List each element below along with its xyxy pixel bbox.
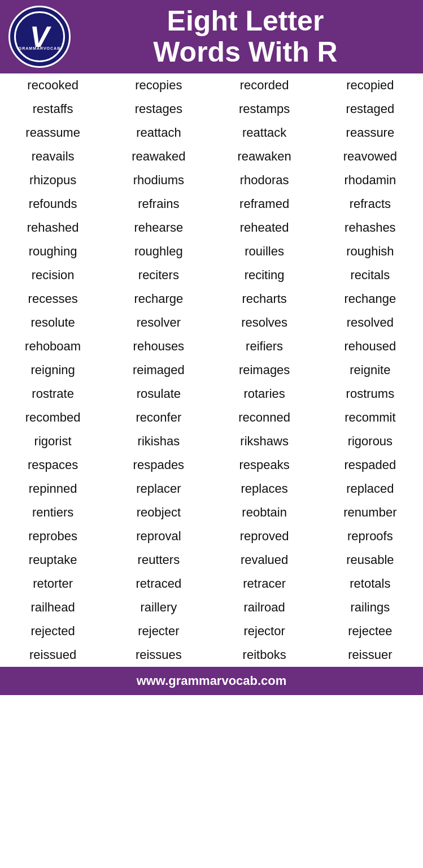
word-cell: reprobes: [0, 524, 106, 548]
word-cell: reobtain: [212, 501, 317, 524]
table-row: recookedrecopiesrecordedrecopied: [0, 73, 423, 97]
word-cell: respeaks: [212, 453, 317, 477]
word-cell: rikishas: [106, 429, 211, 453]
word-cell: reusable: [317, 548, 423, 572]
table-row: rhizopusrhodiumsrhodorasrhodamin: [0, 168, 423, 192]
word-cell: recopies: [106, 73, 211, 97]
word-cell: respaded: [317, 453, 423, 477]
table-row: rehoboamrehousesreifiersrehoused: [0, 335, 423, 358]
table-row: reigningreimagedreimagesreignite: [0, 358, 423, 382]
word-cell: reuptake: [0, 548, 106, 572]
word-cell: refracts: [317, 192, 423, 216]
table-row: railheadrailleryrailroadrailings: [0, 596, 423, 619]
word-cell: reawaken: [212, 145, 317, 168]
table-row: recombedreconferreconnedrecommit: [0, 406, 423, 429]
word-cell: reheated: [212, 216, 317, 240]
word-cell: reawaked: [106, 145, 211, 168]
word-cell: retotals: [317, 572, 423, 596]
table-row: roughingroughlegrouillesroughish: [0, 240, 423, 263]
word-cell: retraced: [106, 572, 211, 596]
word-cell: rehashes: [317, 216, 423, 240]
word-cell: replaced: [317, 477, 423, 501]
word-cell: roughleg: [106, 240, 211, 263]
word-cell: roughish: [317, 240, 423, 263]
table-row: retorterretracedretracerretotals: [0, 572, 423, 596]
word-cell: replacer: [106, 477, 211, 501]
table-row: rostraterosulaterotariesrostrums: [0, 382, 423, 406]
word-cell: recharts: [212, 287, 317, 311]
word-cell: respaces: [0, 453, 106, 477]
word-cell: reobject: [106, 501, 211, 524]
word-cell: resolved: [317, 311, 423, 335]
table-row: recisionrecitersrecitingrecitals: [0, 263, 423, 287]
table-row: rigoristrikishasrikshawsrigorous: [0, 429, 423, 453]
word-cell: reissues: [106, 643, 211, 667]
word-cell: reassume: [0, 121, 106, 145]
word-cell: resolves: [212, 311, 317, 335]
word-cell: rehoboam: [0, 335, 106, 358]
word-cell: replaces: [212, 477, 317, 501]
word-cell: recharge: [106, 287, 211, 311]
word-cell: rigorist: [0, 429, 106, 453]
word-cell: raillery: [106, 596, 211, 619]
table-row: rehashedrehearsereheatedrehashes: [0, 216, 423, 240]
word-cell: refounds: [0, 192, 106, 216]
word-cell: reavails: [0, 145, 106, 168]
table-row: recessesrechargerechartsrechange: [0, 287, 423, 311]
table-row: repinnedreplacerreplacesreplaced: [0, 477, 423, 501]
header: V GRAMMARVOCAB Eight Letter Words With R: [0, 0, 423, 73]
word-cell: restaged: [317, 97, 423, 121]
word-cell: reissuer: [317, 643, 423, 667]
word-cell: repinned: [0, 477, 106, 501]
word-cell: rhodamin: [317, 168, 423, 192]
word-cell: reifiers: [212, 335, 317, 358]
header-title: Eight Letter Words With R: [71, 6, 415, 68]
table-row: rejectedrejecterrejectorrejectee: [0, 619, 423, 643]
word-cell: resolver: [106, 311, 211, 335]
word-cell: reitboks: [212, 643, 317, 667]
word-cell: rostrate: [0, 382, 106, 406]
word-cell: rehouses: [106, 335, 211, 358]
word-cell: rostrums: [317, 382, 423, 406]
word-cell: reissued: [0, 643, 106, 667]
word-cell: recision: [0, 263, 106, 287]
word-cell: rehearse: [106, 216, 211, 240]
word-cell: reciting: [212, 263, 317, 287]
word-cell: respades: [106, 453, 211, 477]
word-cell: recommit: [317, 406, 423, 429]
word-cell: rotaries: [212, 382, 317, 406]
word-cell: rehashed: [0, 216, 106, 240]
word-cell: restages: [106, 97, 211, 121]
word-cell: reproofs: [317, 524, 423, 548]
footer: www.grammarvocab.com: [0, 667, 423, 695]
word-cell: reutters: [106, 548, 211, 572]
word-cell: reciters: [106, 263, 211, 287]
word-cell: reignite: [317, 358, 423, 382]
table-row: resoluteresolverresolvesresolved: [0, 311, 423, 335]
word-cell: rikshaws: [212, 429, 317, 453]
word-cell: recooked: [0, 73, 106, 97]
word-cell: revalued: [212, 548, 317, 572]
word-cell: reconfer: [106, 406, 211, 429]
word-cell: retracer: [212, 572, 317, 596]
table-row: respacesrespadesrespeaksrespaded: [0, 453, 423, 477]
word-cell: reframed: [212, 192, 317, 216]
word-cell: renumber: [317, 501, 423, 524]
table-row: reassumereattachreattackreassure: [0, 121, 423, 145]
word-cell: restamps: [212, 97, 317, 121]
word-cell: recombed: [0, 406, 106, 429]
logo-container: V GRAMMARVOCAB: [8, 6, 71, 68]
word-cell: rhodoras: [212, 168, 317, 192]
word-cell: refrains: [106, 192, 211, 216]
word-cell: rejecter: [106, 619, 211, 643]
word-cell: rechange: [317, 287, 423, 311]
word-cell: rhizopus: [0, 168, 106, 192]
word-cell: reproval: [106, 524, 211, 548]
word-cell: rejectee: [317, 619, 423, 643]
word-cell: rigorous: [317, 429, 423, 453]
word-cell: railhead: [0, 596, 106, 619]
word-cell: reproved: [212, 524, 317, 548]
word-cell: restaffs: [0, 97, 106, 121]
word-cell: reimages: [212, 358, 317, 382]
word-cell: railroad: [212, 596, 317, 619]
